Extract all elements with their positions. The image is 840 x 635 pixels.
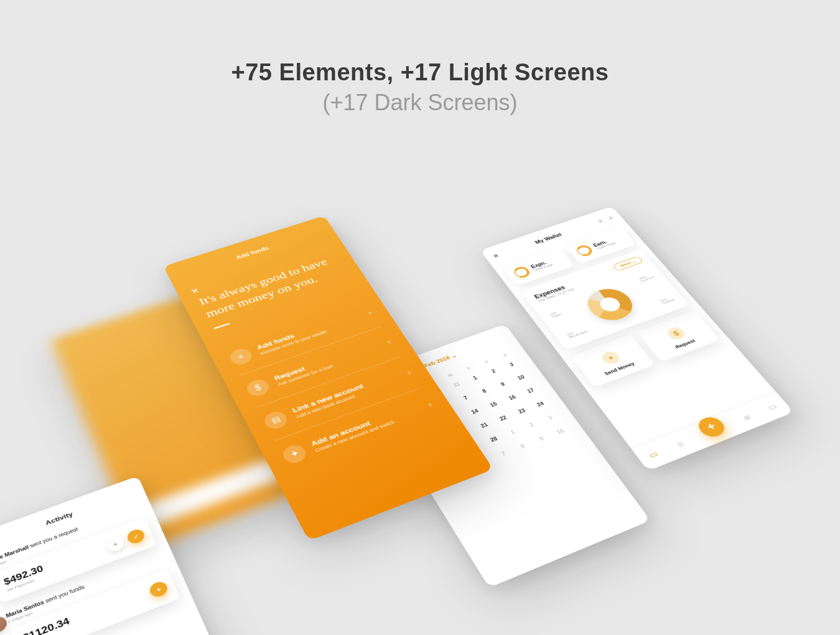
pct-bills: 21%Bills & Debts bbox=[566, 327, 589, 339]
action-label: Send Money bbox=[592, 357, 646, 380]
pct-food: 40%Food & D. bbox=[638, 273, 656, 283]
chevron-right-icon: › bbox=[426, 400, 434, 408]
wallet-title: My Wallet bbox=[534, 232, 563, 245]
ring-icon bbox=[574, 244, 595, 258]
ring-icon bbox=[511, 265, 532, 280]
chevron-right-icon: › bbox=[366, 309, 373, 316]
nav-add-fab[interactable]: + bbox=[694, 414, 729, 440]
nav-list-icon[interactable]: ≣ bbox=[740, 412, 753, 422]
option-icon: ⊟ bbox=[261, 409, 290, 431]
activity-list: Tonie Marshall sent you a request 14h ag… bbox=[0, 504, 187, 635]
nav-card-icon[interactable]: ▭ bbox=[765, 402, 778, 412]
pct-clothing: 27%Clothing bbox=[660, 296, 675, 304]
action-icon: + bbox=[599, 350, 622, 366]
option-icon: + bbox=[227, 346, 254, 367]
bottom-nav: ▭ ⫼ + ≣ ▭ bbox=[631, 391, 794, 471]
option-icon: $ bbox=[244, 377, 272, 398]
option-icon: ✦ bbox=[280, 443, 309, 466]
search-icon[interactable]: ⌕ bbox=[607, 214, 614, 220]
accent-bar bbox=[213, 322, 230, 329]
chevron-right-icon: › bbox=[386, 338, 393, 346]
mockup-stage: Feb 2018 ⌄ SMTWTFS2829303112345678910111… bbox=[0, 0, 840, 635]
hamburger-icon[interactable]: ≡ bbox=[492, 252, 500, 259]
chevron-right-icon: › bbox=[406, 369, 413, 376]
action-icon: $ bbox=[665, 326, 688, 341]
pct-others: 12%Others bbox=[549, 310, 562, 318]
nav-wallet-icon[interactable]: ▭ bbox=[646, 449, 660, 459]
nav-stats-icon[interactable]: ⫼ bbox=[673, 438, 687, 449]
action-label: Request bbox=[658, 332, 712, 355]
expenses-donut-chart bbox=[580, 284, 641, 326]
accept-button[interactable]: ✓ bbox=[125, 527, 146, 545]
close-icon[interactable]: × bbox=[189, 285, 201, 297]
bell-icon[interactable]: ♤ bbox=[595, 217, 605, 224]
